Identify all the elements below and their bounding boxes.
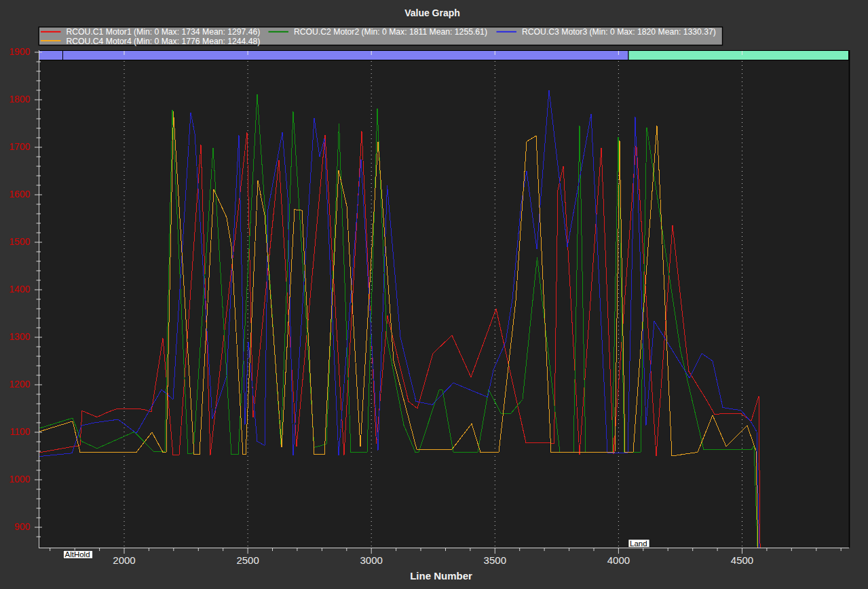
svg-text:1000: 1000 (9, 474, 30, 484)
svg-text:1600: 1600 (9, 189, 30, 200)
svg-text:2000: 2000 (113, 554, 135, 566)
svg-text:RCOU.C4 Motor4 (Min: 0 Max: 17: RCOU.C4 Motor4 (Min: 0 Max: 1776 Mean: 1… (67, 37, 261, 46)
svg-text:3500: 3500 (484, 554, 506, 566)
svg-text:RCOU.C2 Motor2 (Min: 0 Max: 18: RCOU.C2 Motor2 (Min: 0 Max: 1811 Mean: 1… (294, 27, 487, 37)
svg-text:1700: 1700 (9, 141, 30, 152)
svg-text:1200: 1200 (9, 379, 30, 390)
svg-text:1400: 1400 (9, 284, 30, 294)
svg-text:Value Graph: Value Graph (404, 7, 460, 18)
svg-text:900: 900 (14, 521, 31, 532)
svg-text:1900: 1900 (9, 46, 30, 57)
svg-text:AltHold: AltHold (65, 550, 90, 558)
svg-text:Line Number: Line Number (410, 570, 472, 582)
svg-text:4500: 4500 (731, 554, 753, 566)
svg-text:1300: 1300 (9, 331, 30, 342)
svg-text:1100: 1100 (10, 426, 30, 437)
svg-text:RCOU.C1 Motor1 (Min: 0 Max: 17: RCOU.C1 Motor1 (Min: 0 Max: 1734 Mean: 1… (67, 27, 261, 37)
svg-text:3000: 3000 (360, 554, 383, 566)
svg-text:Land: Land (630, 539, 647, 548)
svg-text:1800: 1800 (9, 94, 30, 104)
svg-text:4000: 4000 (607, 554, 630, 566)
svg-text:1500: 1500 (9, 236, 30, 247)
svg-text:2500: 2500 (236, 554, 259, 566)
svg-text:RCOU.C3 Motor3 (Min: 0 Max: 18: RCOU.C3 Motor3 (Min: 0 Max: 1820 Mean: 1… (522, 27, 716, 37)
